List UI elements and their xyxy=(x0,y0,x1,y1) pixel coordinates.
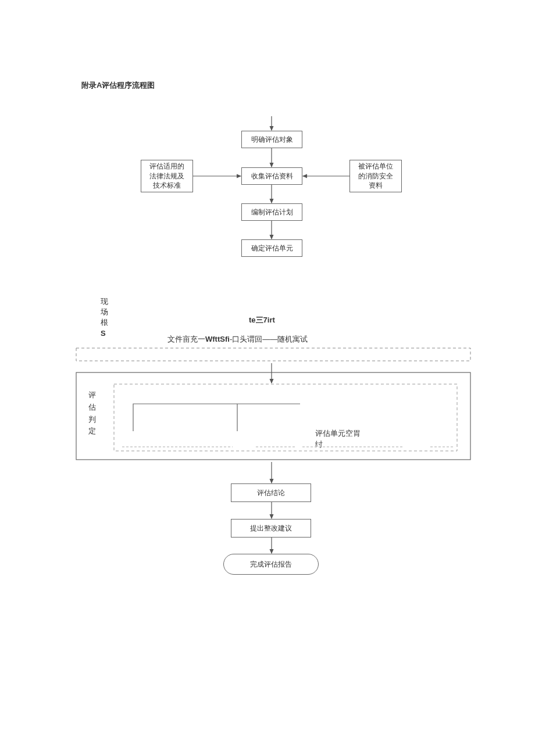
text: te三7irt xyxy=(249,316,275,324)
box-label: 编制评估计划 xyxy=(251,207,293,217)
on-site-label: 现 场 根 S xyxy=(101,296,108,339)
char: 场 xyxy=(101,307,108,317)
char: 现 xyxy=(101,296,108,307)
char: 根 xyxy=(101,317,108,328)
page-title: 附录A评估程序流程图 xyxy=(81,80,155,91)
inner-bracket xyxy=(133,403,301,432)
box-conclusion: 评估结论 xyxy=(231,483,311,502)
text-b: WfttSfi xyxy=(205,335,230,343)
char: 估 xyxy=(88,402,96,414)
box-laws-standards: 评估适用的 法律法规及 技术标准 xyxy=(141,160,193,192)
mid-label-2: 文件亩充一WfttSfi-口头谓回——随机寓试 xyxy=(167,334,308,345)
box-label: 被评估单位 的消防安全 资料 xyxy=(358,162,393,191)
box-label: 明确评估对象 xyxy=(251,135,293,145)
box-label: 评估结论 xyxy=(257,488,285,498)
box-clarify-object: 明确评估对象 xyxy=(241,131,302,148)
char: 评 xyxy=(88,389,96,402)
eval-determine-label: 评 估 判 定 xyxy=(88,389,96,438)
text-c: -口头谓回——随机寓试 xyxy=(230,335,308,343)
box-report: 完成评估报告 xyxy=(223,554,319,575)
box-label: 确定评估单元 xyxy=(251,243,293,253)
dashed-upper xyxy=(76,347,471,364)
box-evaluated-unit-info: 被评估单位 的消防安全 资料 xyxy=(349,160,402,192)
box-label: 完成评估报告 xyxy=(250,560,292,569)
box-collect-data: 收集评估资料 xyxy=(241,167,302,185)
text-a: 文件亩充一 xyxy=(167,335,205,343)
box-plan: 编制评估计划 xyxy=(241,203,302,221)
char: 判 xyxy=(88,414,96,426)
dashed-segments xyxy=(122,445,459,450)
char: S xyxy=(101,328,108,339)
box-confirm-unit: 确定评估单元 xyxy=(241,239,302,257)
box-suggestions: 提出整改建议 xyxy=(231,519,311,538)
box-label: 评估适用的 法律法规及 技术标准 xyxy=(149,162,184,191)
char: 定 xyxy=(88,425,96,438)
box-label: 提出整改建议 xyxy=(250,524,292,533)
mid-label-1: te三7irt xyxy=(249,315,275,325)
box-label: 收集评估资料 xyxy=(251,171,293,181)
svg-rect-0 xyxy=(76,348,470,361)
